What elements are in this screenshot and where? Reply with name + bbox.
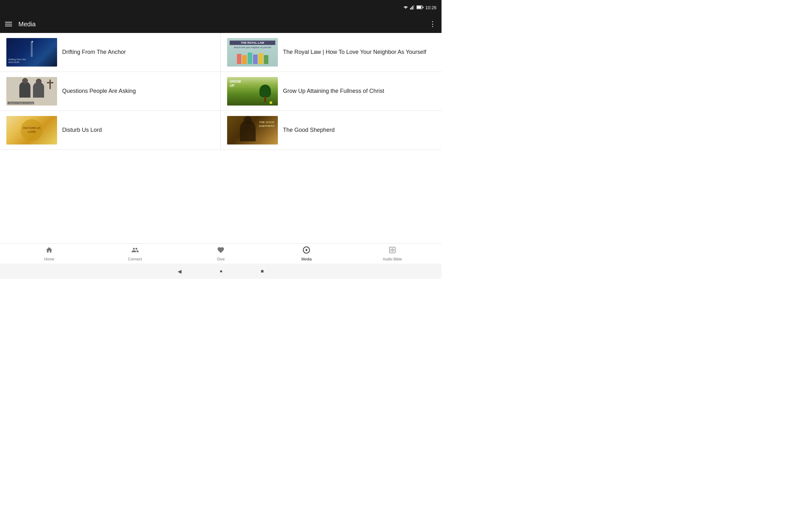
shepherd-figure	[240, 121, 256, 141]
nav-item-media[interactable]: Media	[294, 246, 319, 262]
questions-people	[19, 82, 44, 101]
nav-item-home[interactable]: Home	[37, 246, 62, 262]
app-bar-left: Media	[5, 20, 36, 28]
back-button[interactable]: ◀	[177, 268, 182, 274]
nav-label-connect: Connect	[128, 257, 142, 262]
bottom-navigation: Home Connect Give Media	[0, 243, 442, 264]
media-title-royal-law: The Royal Law | How To Love Your Neighbo…	[283, 48, 426, 56]
svg-rect-6	[423, 6, 423, 8]
media-title-shepherd: The Good Shepherd	[283, 126, 335, 134]
thumbnail-questions: Questions People Are Asking	[6, 77, 57, 106]
media-icon	[303, 246, 310, 256]
recents-button[interactable]: ■	[261, 268, 264, 274]
system-navigation-bar: ◀ ● ■	[0, 264, 442, 279]
thumbnail-drifting-anchor: drifting from theANCHOR	[6, 38, 57, 66]
questions-label: Questions People Are Asking	[8, 102, 34, 104]
shepherd-thumb-text: THE GOODSHEPHERD	[259, 121, 275, 128]
media-item-royal-law[interactable]: THE ROYAL LAW How to love your neighbor …	[221, 33, 442, 72]
battery-icon	[416, 5, 423, 10]
connect-icon	[131, 246, 139, 256]
app-title: Media	[18, 20, 36, 28]
media-item-shepherd[interactable]: THE GOODSHEPHERD The Good Shepherd	[221, 111, 442, 150]
hamburger-menu-button[interactable]	[5, 22, 12, 26]
svg-rect-0	[410, 8, 411, 9]
media-title-disturb: Disturb Us Lord	[62, 126, 102, 134]
app-bar: Media ⋮	[0, 15, 442, 33]
grow-tree	[259, 85, 271, 102]
disturb-thumb-text: DISTURB USLORD	[23, 126, 40, 134]
royal-law-books	[237, 53, 268, 64]
home-icon	[45, 246, 53, 256]
thumbnail-shepherd: THE GOODSHEPHERD	[227, 116, 278, 145]
thumbnail-disturb: DISTURB USLORD	[6, 116, 57, 145]
audio-bible-icon	[389, 246, 396, 256]
thumbnail-growup: GROWUP	[227, 77, 278, 106]
royal-law-thumb-sub: How to love your neighbor as yourself	[234, 46, 271, 49]
media-title-drifting-anchor: Drifting From The Anchor	[62, 48, 126, 56]
hamburger-line-2	[5, 24, 12, 24]
anchor-thumb-text: drifting from theANCHOR	[8, 58, 26, 64]
home-button[interactable]: ●	[219, 268, 223, 274]
media-title-growup: Grow Up Attaining the Fullness of Christ	[283, 87, 384, 95]
svg-rect-5	[417, 6, 421, 9]
grow-up-thumb-text: GROWUP	[230, 79, 241, 88]
questions-cross	[49, 79, 51, 89]
status-bar: 10:26	[0, 0, 442, 15]
media-title-questions: Questions People Are Asking	[62, 87, 136, 95]
media-content: drifting from theANCHOR Drifting From Th…	[0, 33, 442, 243]
wifi-icon	[403, 5, 408, 10]
disturb-circle: DISTURB USLORD	[20, 119, 43, 141]
media-item-questions[interactable]: Questions People Are Asking Questions Pe…	[0, 72, 221, 111]
nav-label-media: Media	[301, 257, 312, 262]
status-time: 10:26	[425, 5, 437, 10]
status-icons: 10:26	[403, 5, 437, 10]
give-icon	[217, 246, 224, 256]
nav-label-audio-bible: Audio Bible	[383, 257, 402, 262]
svg-marker-8	[306, 249, 308, 251]
svg-rect-3	[413, 5, 414, 9]
media-grid: drifting from theANCHOR Drifting From Th…	[0, 33, 442, 150]
nav-item-audio-bible[interactable]: Audio Bible	[380, 246, 405, 262]
nav-item-give[interactable]: Give	[208, 246, 234, 262]
more-options-icon[interactable]: ⋮	[429, 20, 437, 28]
signal-icon	[410, 5, 415, 10]
thumbnail-royal-law: THE ROYAL LAW How to love your neighbor …	[227, 38, 278, 66]
media-item-disturb[interactable]: DISTURB USLORD Disturb Us Lord	[0, 111, 221, 150]
nav-label-home: Home	[44, 257, 54, 262]
royal-law-thumb-title: THE ROYAL LAW	[230, 41, 275, 45]
media-item-drifting-anchor[interactable]: drifting from theANCHOR Drifting From Th…	[0, 33, 221, 72]
svg-rect-1	[411, 7, 412, 9]
nav-item-connect[interactable]: Connect	[122, 246, 148, 262]
hamburger-line-1	[5, 22, 12, 22]
hamburger-line-3	[5, 26, 12, 26]
media-item-growup[interactable]: GROWUP Grow Up Attaining the Fullness of…	[221, 72, 442, 111]
svg-rect-2	[412, 6, 413, 9]
nav-label-give: Give	[217, 257, 225, 262]
